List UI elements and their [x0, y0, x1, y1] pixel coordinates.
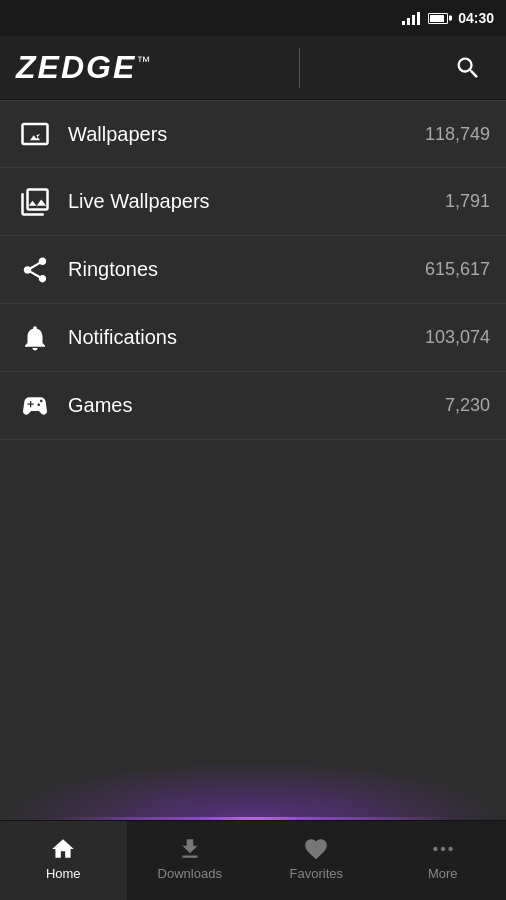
- menu-item-games[interactable]: Games 7,230: [0, 372, 506, 440]
- menu-item-notifications[interactable]: Notifications 103,074: [0, 304, 506, 372]
- ringtone-icon: [16, 251, 54, 289]
- ringtones-label: Ringtones: [68, 258, 425, 281]
- nav-favorites-label: Favorites: [290, 866, 343, 881]
- nav-downloads-label: Downloads: [158, 866, 222, 881]
- nav-home[interactable]: Home: [0, 821, 127, 900]
- ringtones-count: 615,617: [425, 259, 490, 280]
- home-icon: [50, 836, 76, 862]
- more-icon: [430, 836, 456, 862]
- trademark: ™: [136, 53, 152, 69]
- status-bar: 04:30: [0, 0, 506, 36]
- downloads-icon: [177, 836, 203, 862]
- notifications-count: 103,074: [425, 327, 490, 348]
- live-wallpapers-count: 1,791: [445, 191, 490, 212]
- bottom-nav: Home Downloads Favorites More: [0, 820, 506, 900]
- svg-point-1: [441, 847, 445, 851]
- nav-home-label: Home: [46, 866, 81, 881]
- games-label: Games: [68, 394, 445, 417]
- signal-icon: [402, 11, 420, 25]
- search-icon: [454, 54, 482, 82]
- nav-more[interactable]: More: [380, 821, 507, 900]
- header-divider: [299, 48, 300, 88]
- nav-favorites[interactable]: Favorites: [253, 821, 380, 900]
- status-icons: 04:30: [402, 10, 494, 26]
- svg-point-2: [448, 847, 452, 851]
- notification-icon: [16, 319, 54, 357]
- content-area: Wallpapers 118,749 Live Wallpapers 1,791…: [0, 100, 506, 820]
- live-wallpapers-label: Live Wallpapers: [68, 190, 445, 213]
- app-logo: ZEDGE™: [16, 49, 152, 86]
- nav-downloads[interactable]: Downloads: [127, 821, 254, 900]
- wallpaper-icon: [16, 115, 54, 153]
- notifications-label: Notifications: [68, 326, 425, 349]
- nav-more-label: More: [428, 866, 458, 881]
- menu-list: Wallpapers 118,749 Live Wallpapers 1,791…: [0, 100, 506, 440]
- favorites-icon: [303, 836, 329, 862]
- search-button[interactable]: [446, 46, 490, 90]
- menu-item-live-wallpapers[interactable]: Live Wallpapers 1,791: [0, 168, 506, 236]
- games-count: 7,230: [445, 395, 490, 416]
- games-icon: [16, 387, 54, 425]
- wallpapers-count: 118,749: [425, 124, 490, 145]
- live-wallpaper-icon: [16, 183, 54, 221]
- app-header: ZEDGE™: [0, 36, 506, 100]
- wallpapers-label: Wallpapers: [68, 123, 425, 146]
- battery-icon: [428, 13, 448, 24]
- svg-point-0: [433, 847, 437, 851]
- time-display: 04:30: [458, 10, 494, 26]
- menu-item-wallpapers[interactable]: Wallpapers 118,749: [0, 100, 506, 168]
- menu-item-ringtones[interactable]: Ringtones 615,617: [0, 236, 506, 304]
